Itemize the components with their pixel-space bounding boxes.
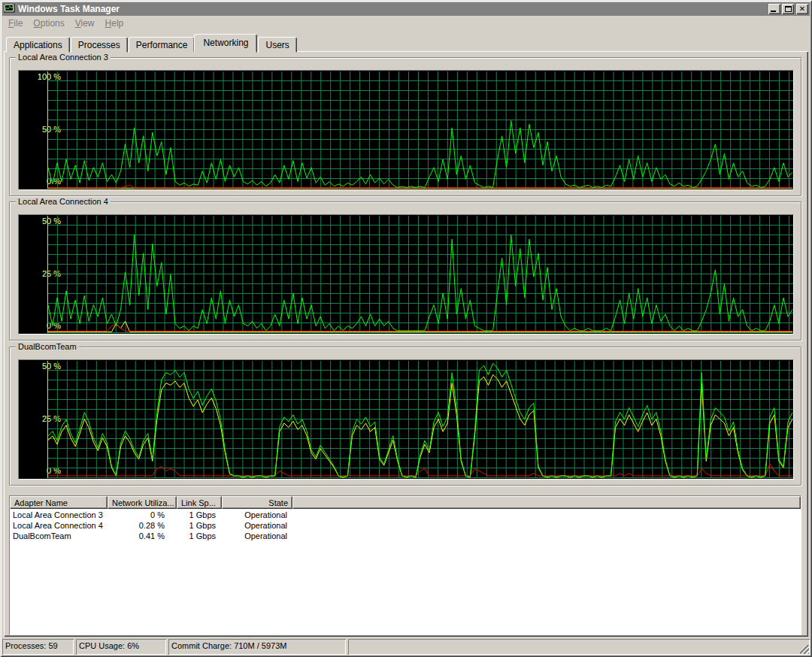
menu-file[interactable]: File (3, 17, 28, 30)
table-row-lac4[interactable]: Local Area Connection 4 0.28 % 1 Gbps Op… (10, 521, 801, 531)
minimize-icon (771, 11, 776, 12)
graph-plot (19, 361, 793, 478)
table-row-lac3[interactable]: Local Area Connection 3 0 % 1 Gbps Opera… (10, 510, 801, 521)
adapter-rows: Local Area Connection 3 0 % 1 Gbps Opera… (10, 509, 801, 542)
window-title: Windows Task Manager (18, 4, 766, 14)
tab-networking[interactable]: Networking (194, 34, 257, 53)
network-utilization-graph-lac4: 50 % 25 % 0 % (18, 214, 794, 335)
task-manager-icon (4, 4, 16, 14)
resize-grip[interactable] (800, 645, 809, 654)
tab-strip: Applications Processes Performance Netwo… (6, 35, 298, 53)
menu-options[interactable]: Options (28, 17, 69, 30)
status-processes: Processes: 59 (2, 639, 74, 655)
minimize-button[interactable] (768, 4, 780, 14)
status-bar: Processes: 59 CPU Usage: 6% Commit Charg… (2, 639, 810, 655)
cell-adapter-name: Local Area Connection 4 (10, 521, 106, 531)
table-row-dualbcomteam[interactable]: DualBcomTeam 0.41 % 1 Gbps Operational (10, 531, 801, 542)
adapter-list: Adapter Name Network Utiliza... Link Sp.… (9, 495, 801, 635)
task-manager-window: Windows Task Manager ✕ File Options View… (0, 0, 812, 657)
graph-group-lac3: Local Area Connection 3 100 % 50 % 0 % (9, 57, 801, 196)
cell-state: Operational (220, 510, 291, 521)
group-title: Local Area Connection 3 (16, 53, 111, 62)
cell-state: Operational (220, 521, 291, 531)
cell-adapter-name: DualBcomTeam (10, 531, 106, 542)
close-button[interactable]: ✕ (796, 4, 808, 14)
tab-applications[interactable]: Applications (6, 37, 70, 53)
group-title: DualBcomTeam (16, 342, 79, 351)
cell-state: Operational (220, 531, 291, 542)
column-header-network-utilization[interactable]: Network Utiliza... (108, 496, 177, 509)
graph-plot (19, 216, 793, 333)
title-bar[interactable]: Windows Task Manager ✕ (2, 2, 810, 16)
graph-group-dualbcomteam: DualBcomTeam 50 % 25 % 0 % (9, 347, 801, 486)
cell-utilization: 0.41 % (106, 531, 175, 542)
column-header-link-speed[interactable]: Link Sp... (177, 496, 222, 509)
cell-link-speed: 1 Gbps (175, 510, 220, 521)
status-commit-charge: Commit Charge: 710M / 5973M (168, 639, 346, 655)
graph-group-lac4: Local Area Connection 4 50 % 25 % 0 % (9, 201, 801, 341)
cell-utilization: 0 % (106, 510, 175, 521)
tab-performance[interactable]: Performance (129, 37, 195, 53)
network-utilization-graph-dualbcomteam: 50 % 25 % 0 % (18, 359, 794, 480)
tab-processes[interactable]: Processes (71, 37, 128, 53)
network-utilization-graph-lac3: 100 % 50 % 0 % (18, 70, 794, 190)
column-header-filler (292, 496, 801, 509)
status-cpu-usage: CPU Usage: 6% (76, 639, 166, 655)
menu-bar: File Options View Help (2, 16, 810, 30)
menu-view[interactable]: View (70, 17, 100, 30)
cell-utilization: 0.28 % (106, 521, 175, 531)
menu-help[interactable]: Help (100, 17, 129, 30)
cell-adapter-name: Local Area Connection 3 (10, 510, 106, 521)
cell-link-speed: 1 Gbps (175, 521, 220, 531)
column-header-adapter-name[interactable]: Adapter Name (10, 496, 108, 509)
close-icon: ✕ (799, 5, 805, 13)
column-header-state[interactable]: State (222, 496, 292, 509)
graph-plot (19, 71, 793, 189)
tab-users[interactable]: Users (258, 37, 296, 53)
maximize-button[interactable] (782, 4, 794, 14)
status-filler (348, 639, 810, 655)
cell-link-speed: 1 Gbps (175, 531, 220, 542)
adapter-list-header: Adapter Name Network Utiliza... Link Sp.… (10, 496, 801, 509)
networking-page: Local Area Connection 3 100 % 50 % 0 % L… (4, 51, 808, 637)
maximize-icon (785, 6, 792, 12)
group-title: Local Area Connection 4 (16, 197, 111, 206)
